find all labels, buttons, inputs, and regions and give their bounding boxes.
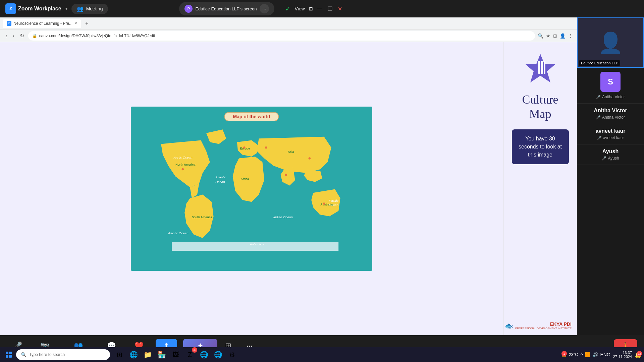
taskbar-app-chrome[interactable]: 🌐: [197, 348, 211, 361]
slide-left: Map of the world: [0, 42, 503, 335]
participant-display-avneet: avneet kaur: [582, 128, 639, 134]
svg-point-15: [243, 146, 245, 148]
tab-favicon: C: [7, 21, 11, 26]
taskbar-app-chrome2[interactable]: 🌐: [211, 348, 225, 361]
browser-menu-icon[interactable]: ⋮: [568, 33, 573, 39]
forward-button[interactable]: ›: [11, 32, 15, 40]
participant-item-avneet: avneet kaur 🎤 avneet kaur: [577, 124, 644, 144]
slide-right-panel: CultureMap You have 30 seconds to look a…: [503, 42, 577, 335]
taskbar-app-settings[interactable]: ⚙: [225, 348, 239, 361]
taskbar-app-store[interactable]: 🏪: [155, 348, 168, 361]
volume-icon[interactable]: 🔊: [592, 352, 598, 357]
participant-sub-ayush: 🎤 Ayush: [582, 156, 639, 161]
map-title-banner: Map of the world: [224, 112, 279, 121]
taskbar-app-photos[interactable]: 🖼: [169, 348, 182, 361]
svg-text:Antarctica: Antarctica: [250, 242, 265, 246]
browser-area: C Neuroscience of Learning - Pre... ✕ + …: [0, 17, 577, 335]
date-display: 27-11-2024: [613, 355, 632, 359]
mic-off-icon-anitha: 🎤: [596, 115, 601, 120]
ekya-logo: 🐟 EKYA PDI PROFESSIONAL DEVELOPMENT INST…: [505, 321, 572, 330]
zoom-page-icon[interactable]: 🔍: [538, 33, 543, 39]
world-map-container: Map of the world: [131, 107, 372, 271]
svg-text:Arctic Ocean: Arctic Ocean: [173, 156, 193, 159]
video-bg: 👤: [578, 18, 643, 67]
security-check-icon: ✓: [285, 5, 291, 13]
participant-display-anitha: Anitha Victor: [582, 108, 639, 114]
browser-tab-active[interactable]: C Neuroscience of Learning - Pre... ✕: [3, 19, 81, 28]
svg-text:Asia: Asia: [288, 150, 294, 154]
ekya-logo-text: EKYA PDI: [515, 321, 572, 327]
mic-off-icon-ayush: 🎤: [602, 156, 606, 161]
zoom-logo[interactable]: Z Zoom Workplace: [5, 3, 61, 14]
svg-text:Ocean: Ocean: [215, 180, 225, 184]
close-button[interactable]: ✕: [338, 6, 342, 12]
expand-tray-icon[interactable]: ^: [581, 352, 583, 357]
address-bar[interactable]: 🔒 canva.com/design/DAGWJ0jxtw8/vjeQfc_fa…: [28, 31, 535, 41]
svg-point-18: [309, 157, 311, 159]
screen-share-more-btn[interactable]: ···: [260, 4, 269, 13]
participant-sub-avneet: 🎤 avneet kaur: [582, 135, 639, 140]
timer-box: You have 30 seconds to look at this imag…: [512, 129, 569, 164]
svg-text:North America: North America: [175, 163, 195, 166]
svg-rect-22: [541, 61, 543, 74]
windows-logo: [6, 352, 12, 358]
zoom-topbar: Z Zoom Workplace ▾ 👥 Meeting P Edufice E…: [0, 0, 644, 17]
slide-area: Map of the world: [0, 42, 577, 335]
zoom-dropdown-chevron[interactable]: ▾: [65, 6, 67, 11]
world-map-svg: Arctic Ocean Atlantic Ocean Pacific Ocea…: [143, 122, 360, 253]
windows-search-bar[interactable]: 🔍 Type here to search: [16, 349, 110, 360]
participant-sub-anitha: 🎤 Anitha Victor: [582, 115, 639, 120]
refresh-button[interactable]: ↻: [18, 31, 25, 40]
update-badge: 1: [561, 351, 567, 356]
star-badge-icon: [524, 52, 557, 86]
svg-point-17: [285, 174, 287, 176]
taskbar-datetime[interactable]: 16:37 27-11-2024: [613, 351, 632, 359]
taskbar-app-filemanager[interactable]: 📁: [141, 348, 154, 361]
minimize-button[interactable]: —: [317, 6, 322, 12]
svg-rect-23: [544, 61, 545, 74]
search-icon: 🔍: [21, 352, 26, 357]
screen-share-indicator[interactable]: P Edufice Education LLP's screen ···: [179, 2, 274, 15]
meeting-icon: 👥: [77, 6, 84, 12]
timer-text: You have 30 seconds to look at this imag…: [519, 136, 562, 158]
participant-item-ayush: Ayush 🎤 Ayush: [577, 144, 644, 165]
video-person-icon: 👤: [598, 31, 623, 55]
mic-off-icon-avneet: 🎤: [597, 136, 602, 140]
language-indicator[interactable]: ENG: [600, 352, 610, 357]
browser-actions: 🔍 ★ ⊞ 👤 ⋮: [538, 33, 573, 39]
notification-icon-wrap[interactable]: 🔔 22: [635, 352, 641, 358]
url-text: canva.com/design/DAGWJ0jxtw8/vjeQfc_fa_l…: [39, 34, 155, 38]
browser-tab-bar: C Neuroscience of Learning - Pre... ✕ +: [0, 17, 577, 29]
tab-close-icon[interactable]: ✕: [74, 21, 77, 25]
participant-display-ayush: Ayush: [582, 148, 639, 155]
tab-title: Neuroscience of Learning - Pre...: [13, 21, 72, 26]
profile-icon[interactable]: 👤: [560, 33, 566, 39]
meeting-button[interactable]: 👥 Meeting: [71, 4, 108, 14]
window-controls: — ❐ ✕: [317, 6, 342, 12]
update-icon-wrap[interactable]: ⚠ 1: [561, 352, 566, 358]
search-placeholder-text: Type here to search: [29, 352, 65, 357]
back-button[interactable]: ‹: [4, 32, 8, 40]
taskbar-app-zoom-taskbar[interactable]: Z 30: [183, 348, 197, 361]
svg-text:Indian Ocean: Indian Ocean: [273, 215, 293, 219]
svg-text:Atlantic: Atlantic: [215, 175, 226, 179]
taskbar-app-task-view[interactable]: ⊞: [113, 348, 126, 361]
maximize-button[interactable]: ❐: [328, 6, 332, 12]
svg-marker-20: [525, 54, 555, 82]
windows-start-button[interactable]: [3, 349, 15, 361]
participant-avatar-sathya: S: [600, 72, 621, 92]
new-tab-button[interactable]: +: [83, 20, 91, 26]
taskbar-right: ⚠ 1 23°C ^ 📶 🔊 ENG 16:37 27-11-2024 🔔 22: [561, 351, 641, 359]
svg-text:Pacific: Pacific: [329, 199, 339, 202]
grid-view-icon[interactable]: ⊞: [309, 6, 313, 11]
zoom-logo-icon: Z: [5, 3, 16, 14]
taskbar-app-edge[interactable]: 🌐: [127, 348, 140, 361]
network-icon[interactable]: 📶: [585, 352, 590, 357]
view-button[interactable]: View: [295, 6, 305, 11]
extensions-icon[interactable]: ⊞: [553, 33, 557, 39]
screen-share-avatar: P: [184, 5, 193, 13]
participant-item-anitha: Anitha Victor 🎤 Anitha Victor: [577, 104, 644, 124]
bookmark-icon[interactable]: ★: [546, 33, 550, 39]
mic-off-icon-sathya: 🎤: [596, 95, 601, 99]
temperature-display: 23°C: [569, 352, 578, 357]
